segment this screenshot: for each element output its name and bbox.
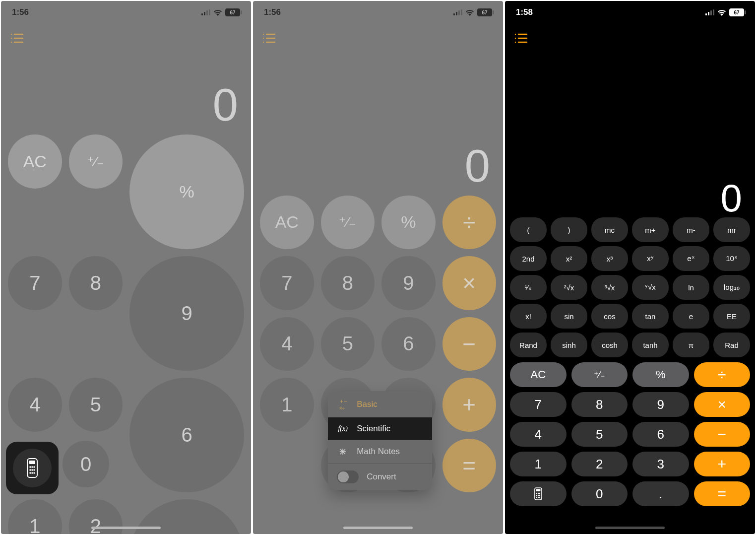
sci-mc[interactable]: mc bbox=[591, 217, 628, 242]
home-indicator[interactable] bbox=[343, 527, 413, 529]
display-area: 0 bbox=[1, 24, 251, 128]
sci-close-paren[interactable]: ) bbox=[551, 217, 587, 242]
calculator-screen-mode-menu: 1:56 67 0 AC ⁺∕₋ % ÷ 7 8 9 × 4 5 6 bbox=[253, 1, 503, 534]
sci-x2[interactable]: x² bbox=[551, 246, 587, 271]
signal-icon bbox=[201, 9, 210, 15]
plus-button[interactable]: + bbox=[442, 378, 497, 432]
sci-mr[interactable]: mr bbox=[713, 217, 750, 242]
sci-rand[interactable]: Rand bbox=[510, 333, 547, 357]
sci-cbrt[interactable]: ³√x bbox=[591, 275, 628, 300]
digit-5[interactable]: 5 bbox=[69, 378, 123, 432]
digit-8[interactable]: 8 bbox=[69, 256, 123, 310]
percent-button[interactable]: % bbox=[632, 362, 689, 387]
equals-button[interactable]: = bbox=[694, 481, 751, 506]
sci-2nd[interactable]: 2nd bbox=[510, 246, 547, 271]
ac-button[interactable]: AC bbox=[8, 134, 62, 189]
sci-ee[interactable]: EE bbox=[713, 304, 750, 329]
digit-1[interactable]: 1 bbox=[8, 499, 62, 534]
digit-6[interactable]: 6 bbox=[632, 422, 689, 447]
sci-cos[interactable]: cos bbox=[591, 304, 628, 329]
digit-9[interactable]: 9 bbox=[381, 256, 436, 310]
sci-log10[interactable]: log₁₀ bbox=[713, 275, 750, 300]
digit-2[interactable]: 2 bbox=[571, 452, 628, 476]
digit-6[interactable]: 6 bbox=[129, 378, 244, 492]
percent-button[interactable]: % bbox=[129, 134, 244, 249]
sci-yroot[interactable]: ʸ√x bbox=[632, 275, 669, 300]
sci-sqrt[interactable]: ²√x bbox=[551, 275, 587, 300]
multiply-button[interactable]: × bbox=[442, 256, 497, 310]
digit-1[interactable]: 1 bbox=[510, 452, 567, 476]
sci-ex[interactable]: eˣ bbox=[673, 246, 709, 271]
ac-button[interactable]: AC bbox=[260, 196, 314, 250]
mode-switch-button[interactable] bbox=[510, 481, 567, 506]
digit-9[interactable]: 9 bbox=[129, 256, 244, 371]
digit-8[interactable]: 8 bbox=[571, 392, 628, 417]
sci-factorial[interactable]: x! bbox=[510, 304, 547, 329]
sci-mminus[interactable]: m- bbox=[673, 217, 709, 242]
digit-0[interactable]: 0 bbox=[63, 441, 109, 487]
sci-cosh[interactable]: cosh bbox=[591, 333, 628, 357]
digit-0[interactable]: 0 bbox=[571, 481, 628, 506]
status-bar: 1:58 67 bbox=[505, 1, 755, 24]
mode-switch-button[interactable] bbox=[6, 442, 59, 494]
digit-5[interactable]: 5 bbox=[571, 422, 628, 447]
digit-9[interactable]: 9 bbox=[632, 392, 689, 417]
signal-icon bbox=[453, 9, 462, 15]
sci-tanh[interactable]: tanh bbox=[632, 333, 669, 357]
digit-7[interactable]: 7 bbox=[510, 392, 567, 417]
digit-7[interactable]: 7 bbox=[8, 256, 62, 310]
sci-reciprocal[interactable]: ¹⁄ₓ bbox=[510, 275, 547, 300]
digit-6[interactable]: 6 bbox=[381, 317, 436, 371]
display-value: 0 bbox=[213, 82, 238, 128]
decimal-button[interactable]: . bbox=[632, 481, 689, 506]
convert-toggle[interactable] bbox=[337, 470, 359, 483]
mode-menu-item-mathnotes[interactable]: Math Notes bbox=[328, 440, 432, 463]
divide-button[interactable]: ÷ bbox=[442, 196, 497, 250]
minus-button[interactable]: − bbox=[442, 317, 497, 371]
svg-point-13 bbox=[31, 466, 33, 468]
sci-e[interactable]: e bbox=[673, 304, 709, 329]
minus-button[interactable]: − bbox=[694, 422, 751, 447]
calculator-screen-scientific: 1:58 67 0 ( ) mc m+ m- mr 2nd bbox=[505, 1, 755, 534]
sci-10x[interactable]: 10ˣ bbox=[713, 246, 750, 271]
svg-rect-2 bbox=[206, 10, 208, 15]
mode-menu-item-scientific[interactable]: f(x) Scientific bbox=[328, 417, 432, 440]
display-value: 0 bbox=[465, 143, 490, 189]
sci-ln[interactable]: ln bbox=[673, 275, 709, 300]
svg-point-20 bbox=[33, 472, 35, 474]
sci-x3[interactable]: x³ bbox=[591, 246, 628, 271]
sci-rad[interactable]: Rad bbox=[713, 333, 750, 357]
digit-4[interactable]: 4 bbox=[510, 422, 567, 447]
digit-4[interactable]: 4 bbox=[8, 378, 62, 432]
plus-minus-button[interactable]: ⁺∕₋ bbox=[321, 196, 375, 250]
plus-minus-button[interactable]: ⁺∕₋ bbox=[69, 134, 123, 189]
digit-4[interactable]: 4 bbox=[260, 317, 314, 371]
percent-button[interactable]: % bbox=[381, 196, 436, 250]
divide-button[interactable]: ÷ bbox=[694, 362, 751, 387]
mode-menu-item-convert: Convert bbox=[328, 463, 432, 490]
plus-minus-button[interactable]: ⁺∕₋ bbox=[571, 362, 628, 387]
digit-7[interactable]: 7 bbox=[260, 256, 314, 310]
digit-5[interactable]: 5 bbox=[321, 317, 375, 371]
battery-level: 67 bbox=[477, 8, 492, 16]
digit-3[interactable]: 3 bbox=[632, 452, 689, 476]
home-indicator[interactable] bbox=[595, 527, 665, 529]
sci-xy[interactable]: xʸ bbox=[632, 246, 669, 271]
sci-pi[interactable]: π bbox=[673, 333, 709, 357]
svg-point-49 bbox=[539, 493, 540, 494]
digit-8[interactable]: 8 bbox=[321, 256, 375, 310]
sci-open-paren[interactable]: ( bbox=[510, 217, 547, 242]
svg-point-50 bbox=[536, 495, 537, 496]
sci-mplus[interactable]: m+ bbox=[632, 217, 669, 242]
sci-tan[interactable]: tan bbox=[632, 304, 669, 329]
ac-button[interactable]: AC bbox=[510, 362, 567, 387]
sci-sin[interactable]: sin bbox=[551, 304, 587, 329]
equals-button[interactable]: = bbox=[442, 439, 497, 493]
sci-sinh[interactable]: sinh bbox=[551, 333, 587, 357]
home-indicator[interactable] bbox=[91, 527, 161, 529]
digit-1[interactable]: 1 bbox=[260, 378, 314, 432]
svg-rect-11 bbox=[29, 461, 35, 464]
multiply-button[interactable]: × bbox=[694, 392, 751, 417]
mode-menu-item-basic[interactable]: ＋−×÷ Basic bbox=[328, 391, 432, 417]
plus-button[interactable]: + bbox=[694, 452, 751, 476]
